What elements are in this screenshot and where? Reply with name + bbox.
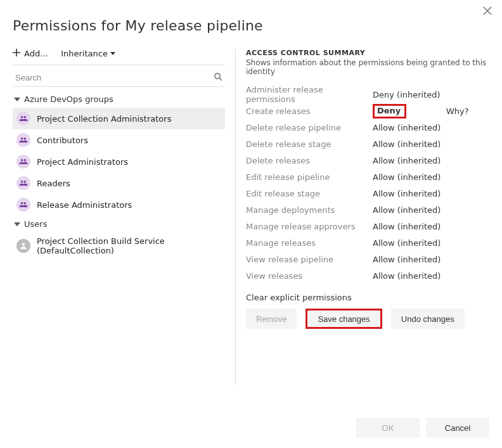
inheritance-dropdown[interactable]: Inheritance [61, 49, 115, 58]
perm-label: Delete releases [246, 156, 373, 165]
identity-row-contributors[interactable]: Contributors [13, 129, 225, 151]
identity-row-release-administrators[interactable]: Release Administrators [13, 194, 225, 215]
acs-heading: ACCESS CONTROL SUMMARY [246, 49, 489, 57]
users-header-label: Users [24, 219, 47, 229]
permission-detail-pane: ACCESS CONTROL SUMMARY Shows information… [246, 49, 489, 385]
group-icon [16, 155, 30, 169]
perm-label: View releases [246, 271, 373, 281]
user-icon [16, 239, 30, 253]
perm-label: Manage releases [246, 238, 373, 248]
save-changes-button[interactable]: Save changes [306, 309, 382, 329]
permission-grid: Administer release permissions Deny (inh… [246, 86, 489, 284]
perm-row: Delete release stage Allow (inherited) [246, 136, 489, 152]
search-input[interactable] [13, 69, 225, 87]
perm-value[interactable]: Deny (inherited) [373, 90, 446, 99]
add-button[interactable]: Add… [13, 49, 48, 58]
perm-label: Manage release approvers [246, 222, 373, 231]
perm-row: Manage release approvers Allow (inherite… [246, 218, 489, 234]
perm-label: Edit release stage [246, 189, 373, 198]
identity-name: Project Collection Administrators [37, 114, 171, 124]
perm-value[interactable]: Allow (inherited) [373, 156, 446, 165]
perm-label: Delete release stage [246, 139, 373, 149]
dialog-title: Permissions for My release pipeline [13, 18, 489, 34]
identity-name: Readers [37, 179, 70, 188]
search-wrapper [13, 69, 225, 87]
identity-row-project-collection-administrators[interactable]: Project Collection Administrators [13, 108, 225, 129]
perm-row: Delete release pipeline Allow (inherited… [246, 119, 489, 136]
remove-button[interactable]: Remove [246, 309, 297, 329]
perm-row: Administer release permissions Deny (inh… [246, 86, 489, 103]
perm-label: Create releases [246, 106, 373, 116]
perm-value[interactable]: Deny [373, 104, 446, 118]
undo-changes-button[interactable]: Undo changes [391, 309, 465, 329]
perm-row: Edit release pipeline Allow (inherited) [246, 169, 489, 185]
identity-row-readers[interactable]: Readers [13, 172, 225, 194]
perm-row: Delete releases Allow (inherited) [246, 152, 489, 169]
groups-header-label: Azure DevOps groups [24, 94, 113, 104]
perm-value[interactable]: Allow (inherited) [373, 139, 446, 149]
clear-explicit-text: Clear explicit permissions [246, 293, 489, 302]
perm-row: Edit release stage Allow (inherited) [246, 185, 489, 202]
perm-row: Manage releases Allow (inherited) [246, 234, 489, 251]
chevron-down-icon [110, 52, 115, 55]
perm-label: View release pipeline [246, 255, 373, 264]
identity-list: Azure DevOps groups Project Collection A… [13, 91, 225, 385]
permissions-dialog: Permissions for My release pipeline Add…… [0, 0, 502, 448]
divider-vertical [235, 49, 236, 385]
highlight-box: Deny [373, 104, 406, 118]
inheritance-label: Inheritance [61, 49, 108, 58]
group-icon [16, 112, 30, 125]
groups-header[interactable]: Azure DevOps groups [13, 91, 225, 108]
perm-value[interactable]: Allow (inherited) [373, 255, 446, 264]
identity-list-pane: Add… Inheritance Azure DevOps groups [13, 49, 231, 385]
acs-subheading: Shows information about the permissions … [246, 58, 489, 76]
perm-value[interactable]: Allow (inherited) [373, 271, 446, 281]
identity-row-build-service[interactable]: Project Collection Build Service (Defaul… [13, 233, 225, 259]
perm-value[interactable]: Allow (inherited) [373, 172, 446, 182]
perm-label: Manage deployments [246, 205, 373, 215]
cancel-button[interactable]: Cancel [426, 418, 489, 438]
perm-value[interactable]: Allow (inherited) [373, 189, 446, 198]
identity-name: Project Collection Build Service (Defaul… [37, 236, 221, 255]
perm-why-link[interactable]: Why? [446, 106, 469, 116]
identity-name: Project Administrators [37, 157, 128, 167]
perm-row: View release pipeline Allow (inherited) [246, 251, 489, 267]
chevron-down-icon [14, 98, 20, 101]
group-icon [16, 198, 30, 212]
group-icon [16, 176, 30, 190]
identity-name: Release Administrators [37, 200, 132, 210]
perm-value[interactable]: Allow (inherited) [373, 222, 446, 231]
perm-value[interactable]: Allow (inherited) [373, 123, 446, 132]
identity-name: Contributors [37, 136, 88, 145]
identity-row-project-administrators[interactable]: Project Administrators [13, 151, 225, 172]
close-icon[interactable] [483, 6, 492, 17]
dialog-footer: OK Cancel [356, 418, 489, 438]
perm-label: Administer release permissions [246, 85, 373, 104]
identity-toolbar: Add… Inheritance [13, 49, 225, 58]
permission-buttons: Remove Save changes Undo changes [246, 309, 489, 329]
chevron-down-icon [14, 222, 20, 226]
group-icon [16, 133, 30, 147]
perm-label: Edit release pipeline [246, 172, 373, 182]
perm-row: Create releases Deny Why? [246, 103, 489, 119]
divider [13, 65, 225, 65]
perm-row: View releases Allow (inherited) [246, 267, 489, 284]
perm-value[interactable]: Allow (inherited) [373, 238, 446, 248]
perm-value[interactable]: Allow (inherited) [373, 205, 446, 215]
perm-row: Manage deployments Allow (inherited) [246, 202, 489, 218]
users-header[interactable]: Users [13, 215, 225, 233]
perm-label: Delete release pipeline [246, 123, 373, 132]
ok-button[interactable]: OK [356, 418, 420, 438]
plus-icon [13, 49, 20, 58]
add-label: Add… [24, 49, 48, 58]
